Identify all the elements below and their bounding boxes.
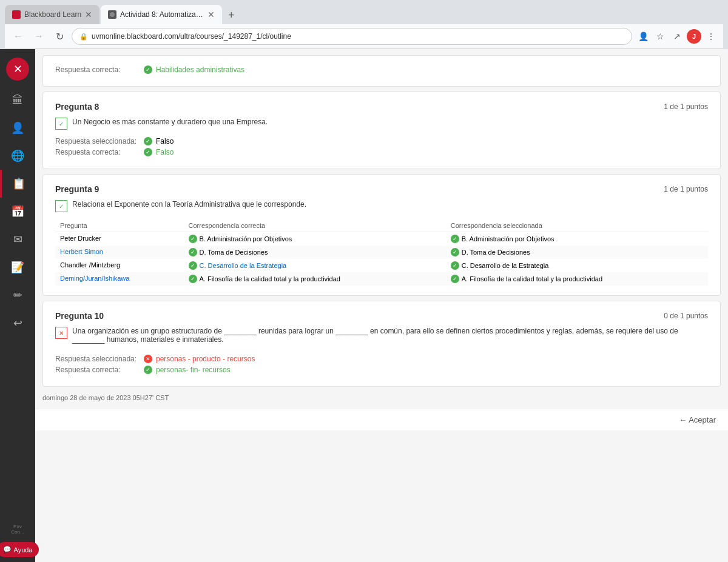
question-9-icon: ✓: [55, 200, 67, 212]
institution-icon: 🏛: [12, 94, 23, 107]
main-content: Respuesta correcta: ✓ Habilidades admini…: [35, 49, 728, 562]
match-row-peter: Peter Drucker ✓ B. Administración por Ob…: [55, 232, 708, 246]
question-8-correct-row: Respuesta correcta: ✓ Falso: [55, 148, 708, 156]
back-button[interactable]: ←: [10, 28, 27, 45]
sidebar-item-mail[interactable]: ✉: [0, 226, 35, 253]
sidebar-item-notes[interactable]: 📝: [0, 253, 35, 281]
question-8-title: Pregunta 8: [55, 102, 99, 112]
question-9-block: Pregunta 9 1 de 1 puntos ✓ Relaciona el …: [42, 174, 721, 296]
sidebar-item-institution[interactable]: 🏛: [0, 87, 35, 114]
top-answer-row: Respuesta correcta: ✓ Habilidades admini…: [55, 65, 708, 74]
address-bar[interactable]: 🔒 uvmonline.blackboard.com/ultra/courses…: [72, 28, 632, 45]
match-row-chandler: Chandler /Mintzberg ✓ C. Desarrollo de l…: [55, 259, 708, 272]
back-icon: ↩: [13, 316, 22, 330]
match-selected-peter: ✓ B. Administración por Objetivos: [446, 232, 708, 246]
question-8-block: Pregunta 8 1 de 1 puntos ✓ Un Negocio es…: [42, 92, 721, 169]
question-10-correct-icon: ✓: [144, 366, 152, 374]
tab-blackboard[interactable]: Blackboard Learn ✕: [5, 5, 99, 24]
question-10-block: Pregunta 10 0 de 1 puntos ✕ Una organiza…: [42, 301, 721, 387]
check-box-icon: ✓: [59, 121, 64, 127]
match-row-herbert: Herbert Simon ✓ D. Toma de Decisiones: [55, 246, 708, 259]
accept-button[interactable]: ← Aceptar: [679, 415, 716, 424]
question-10-icon: ✕: [55, 327, 67, 339]
match-correct-peter: ✓ B. Administración por Objetivos: [184, 232, 446, 246]
question-8-correct-icon: ✓: [144, 148, 152, 156]
tab-activity-close[interactable]: ✕: [207, 10, 215, 19]
sidebar-item-globe[interactable]: 🌐: [0, 142, 35, 170]
question-8-score: 1 de 1 puntos: [664, 102, 708, 111]
sidebar-item-course[interactable]: 📋: [0, 170, 35, 198]
match-herbert-correct-text: D. Toma de Decisiones: [200, 249, 268, 256]
edit-icon: ✏: [13, 289, 22, 302]
help-icon: 💬: [3, 546, 12, 554]
new-tab-button[interactable]: +: [223, 7, 240, 24]
match-row-deming: Deming/Juran/Ishikawa ✓ A. Filosofía de …: [55, 272, 708, 286]
mail-icon: ✉: [13, 233, 22, 246]
accept-section: ← Aceptar: [35, 409, 728, 430]
profile-button[interactable]: 👤: [636, 29, 650, 44]
question-8-icon: ✓: [55, 118, 67, 130]
top-answer-check-icon: ✓: [144, 65, 152, 74]
col-header-selected: Correspondencia seleccionada: [446, 219, 708, 232]
share-button[interactable]: ↗: [670, 29, 684, 44]
question-10-selected-label: Respuesta seleccionada:: [55, 355, 140, 363]
question-10-title: Pregunta 10: [55, 311, 104, 321]
menu-button[interactable]: ⋮: [704, 29, 718, 44]
sidebar-item-calendar[interactable]: 📅: [0, 198, 35, 226]
help-button[interactable]: 💬 Ayuda: [0, 542, 39, 557]
sidebar-item-user[interactable]: 👤: [0, 114, 35, 142]
question-10-selected-row: Respuesta seleccionada: ✕ personas - pro…: [55, 355, 708, 363]
matching-table: Pregunta Correspondencia correcta Corres…: [55, 219, 708, 286]
question-8-selected-label: Respuesta seleccionada:: [55, 137, 140, 146]
forward-button[interactable]: →: [30, 28, 47, 45]
herbert-link: Herbert Simon: [60, 248, 103, 255]
sidebar-close-button[interactable]: ✕: [6, 58, 29, 81]
check-box-9-icon: ✓: [59, 203, 64, 210]
user-icon: 👤: [11, 121, 24, 135]
sidebar-item-edit[interactable]: ✏: [0, 281, 35, 309]
col-header-correct: Correspondencia correcta: [184, 219, 446, 232]
question-10-score: 0 de 1 puntos: [664, 312, 708, 320]
help-label: Ayuda: [14, 546, 33, 554]
sidebar: ✕ 🏛 👤 🌐 📋 📅 ✉ 📝 ✏: [0, 49, 35, 562]
user-avatar[interactable]: J: [687, 29, 701, 44]
reload-button[interactable]: ↻: [51, 28, 68, 45]
match-deming-correct-text: A. Filosofía de la calidad total y la pr…: [200, 275, 340, 283]
match-chandler-correct-text: C. Desarrollo de la Estrategia: [200, 262, 287, 269]
address-text: uvmonline.blackboard.com/ultra/courses/_…: [92, 32, 624, 41]
match-peter-selected-icon: ✓: [451, 235, 459, 243]
question-9-header: Pregunta 9 1 de 1 puntos: [55, 184, 708, 194]
match-chandler-selected-text: C. Desarrollo de la Estrategia: [462, 262, 549, 269]
match-herbert-correct-icon: ✓: [189, 248, 197, 256]
top-answer-label: Respuesta correcta:: [55, 65, 140, 74]
bookmark-button[interactable]: ☆: [653, 29, 667, 44]
blackboard-favicon: [12, 10, 21, 19]
match-chandler-correct-icon: ✓: [189, 261, 197, 270]
question-8-selected-row: Respuesta seleccionada: ✓ Falso: [55, 137, 708, 146]
match-selected-chandler: ✓ C. Desarrollo de la Estrategia: [446, 259, 708, 272]
match-peter-selected-text: B. Administración por Objetivos: [462, 235, 554, 243]
top-answer-block: Respuesta correcta: ✓ Habilidades admini…: [42, 55, 721, 87]
col-header-pregunta: Pregunta: [55, 219, 184, 232]
match-selected-deming: ✓ A. Filosofía de la calidad total y la …: [446, 272, 708, 286]
notes-icon: 📝: [11, 261, 24, 274]
tab-blackboard-label: Blackboard Learn: [24, 10, 81, 19]
tab-activity-label: Actividad 8: Automatizada &...: [120, 10, 204, 19]
question-10-body: Una organización es un grupo estructurad…: [72, 327, 708, 344]
question-10-correct-row: Respuesta correcta: ✓ personas- fin- rec…: [55, 366, 708, 374]
match-selected-herbert: ✓ D. Toma de Decisiones: [446, 246, 708, 259]
match-deming-correct-icon: ✓: [189, 275, 197, 283]
sidebar-item-back[interactable]: ↩: [0, 309, 35, 337]
match-herbert-selected-text: D. Toma de Decisiones: [462, 249, 530, 256]
match-q-herbert: Herbert Simon: [55, 246, 184, 259]
question-8-header: Pregunta 8 1 de 1 puntos: [55, 102, 708, 112]
tab-blackboard-close[interactable]: ✕: [85, 10, 92, 19]
question-10-selected-value: personas - producto - recursos: [156, 355, 255, 363]
top-answer-value: Habilidades administrativas: [156, 65, 244, 74]
question-8-selected-value: Falso: [156, 137, 174, 146]
match-chandler-selected-icon: ✓: [451, 261, 459, 270]
match-peter-correct-text: B. Administración por Objetivos: [200, 235, 292, 243]
tab-activity[interactable]: Actividad 8: Automatizada &... ✕: [101, 5, 222, 24]
question-10-correct-label: Respuesta correcta:: [55, 366, 140, 374]
globe-icon: 🌐: [11, 149, 24, 162]
